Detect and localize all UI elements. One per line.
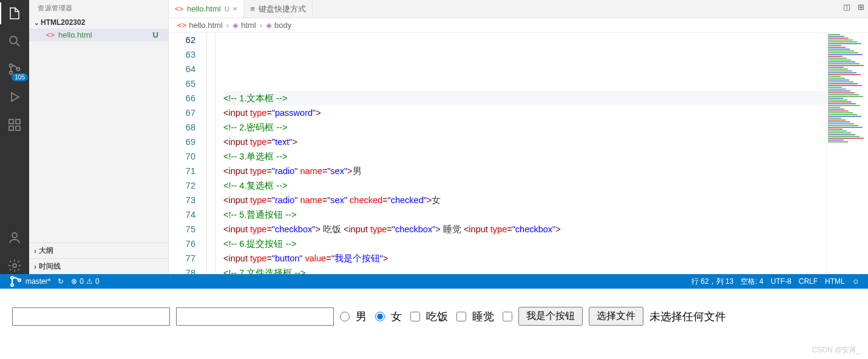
html-file-icon: <> (177, 21, 186, 30)
account-icon[interactable] (6, 229, 23, 246)
svg-point-10 (11, 277, 13, 279)
file-item[interactable]: <> hello.html U (29, 29, 168, 41)
text-input[interactable] (12, 307, 170, 326)
watermark: CSDN @安苒_ (812, 345, 861, 355)
chevron-right-icon: › (226, 21, 229, 30)
radio-male-label: 男 (356, 309, 367, 324)
checkbox-sleep[interactable] (456, 312, 466, 321)
scm-badge: 105 (12, 73, 28, 81)
activity-bar: 105 (0, 0, 29, 274)
svg-point-9 (13, 264, 16, 267)
error-icon: ⊗ (71, 277, 77, 286)
element-icon: ◈ (266, 21, 272, 30)
svg-rect-6 (16, 126, 20, 130)
feedback-icon[interactable]: ☺ (849, 277, 863, 286)
source-control-icon[interactable]: 105 (6, 61, 23, 78)
password-input[interactable] (176, 307, 334, 326)
file-choose-button[interactable]: 选择文件 (589, 307, 643, 326)
radio-female[interactable] (375, 312, 385, 321)
indent-indicator[interactable]: 空格: 4 (737, 277, 767, 287)
html-file-icon: <> (46, 31, 55, 39)
tab-hello[interactable]: <> hello.html U × (169, 0, 244, 18)
tab-bar: <> hello.html U × ≡ 键盘快捷方式 (169, 0, 868, 18)
checkbox-extra[interactable] (503, 312, 512, 321)
language-indicator[interactable]: HTML (821, 277, 849, 286)
code-body[interactable]: <!-- 1.文本框 --><input type="password"><!-… (206, 33, 826, 274)
gear-icon[interactable] (6, 257, 23, 274)
svg-point-8 (12, 233, 17, 238)
project-name: HTML202302 (41, 18, 85, 27)
split-editor-icon[interactable]: ◫ (843, 2, 850, 12)
close-icon[interactable]: × (233, 4, 238, 13)
encoding-indicator[interactable]: UTF-8 (767, 277, 795, 286)
sync-icon[interactable]: ↻ (54, 277, 67, 286)
svg-rect-7 (16, 119, 20, 124)
explorer-icon[interactable] (6, 5, 23, 22)
chevron-right-icon: › (260, 21, 262, 30)
status-bar: master* ↻ ⊗0 ⚠0 行 62，列 13 空格: 4 UTF-8 CR… (0, 274, 868, 289)
keyboard-icon: ≡ (250, 4, 255, 13)
svg-point-0 (10, 36, 17, 44)
checkbox-sleep-label: 睡觉 (472, 309, 494, 324)
element-icon: ◈ (232, 21, 239, 30)
eol-indicator[interactable]: CRLF (795, 277, 821, 286)
line-gutter: 6263646566676869707172737475767778 (169, 33, 206, 274)
sidebar-title: 资源管理器 (29, 0, 168, 16)
browser-preview: 男 女 吃饭 睡觉 我是个按钮 选择文件 未选择任何文件 CSDN @安苒_ (0, 289, 868, 359)
extensions-icon[interactable] (6, 116, 23, 133)
problems-indicator[interactable]: ⊗0 ⚠0 (67, 277, 103, 286)
warning-icon: ⚠ (86, 277, 93, 286)
minimap[interactable] (826, 33, 868, 274)
breadcrumb-html[interactable]: ◈ html (232, 21, 256, 30)
branch-indicator[interactable]: master* (5, 274, 54, 289)
file-modified-badge: U (153, 30, 163, 39)
tab-shortcuts[interactable]: ≡ 键盘快捷方式 (244, 0, 313, 18)
sidebar: 资源管理器 ⌄ HTML202302 <> hello.html U › 大纲 … (29, 0, 169, 274)
search-icon[interactable] (6, 33, 23, 50)
chevron-right-icon: › (34, 263, 36, 271)
chevron-down-icon: ⌄ (34, 19, 39, 26)
svg-point-2 (10, 72, 13, 75)
debug-icon[interactable] (6, 89, 23, 106)
breadcrumb-body[interactable]: ◈ body (266, 21, 291, 30)
editor-area: <> hello.html U × ≡ 键盘快捷方式 ◫ ⊞ <> hello.… (169, 0, 868, 274)
breadcrumbs: <> hello.html › ◈ html › ◈ body (169, 18, 868, 33)
breadcrumb-file[interactable]: <> hello.html (177, 21, 223, 30)
radio-male[interactable] (340, 312, 350, 321)
file-name: hello.html (58, 30, 149, 39)
chevron-right-icon: › (34, 247, 36, 255)
svg-point-11 (11, 284, 13, 286)
checkbox-eat-label: 吃饭 (426, 309, 448, 324)
more-icon[interactable]: ⊞ (858, 2, 864, 12)
svg-point-1 (10, 64, 13, 67)
html-file-icon: <> (175, 5, 183, 13)
cursor-position[interactable]: 行 62，列 13 (688, 277, 737, 287)
checkbox-eat[interactable] (410, 312, 420, 321)
svg-rect-4 (9, 119, 13, 124)
svg-rect-5 (9, 126, 13, 130)
code-editor[interactable]: 6263646566676869707172737475767778 <!-- … (169, 33, 868, 274)
radio-female-label: 女 (391, 309, 402, 324)
custom-button[interactable]: 我是个按钮 (518, 307, 583, 326)
outline-section[interactable]: › 大纲 (29, 243, 168, 258)
project-header[interactable]: ⌄ HTML202302 (29, 16, 168, 29)
timeline-section[interactable]: › 时间线 (29, 258, 168, 274)
file-status-label: 未选择任何文件 (649, 309, 726, 324)
